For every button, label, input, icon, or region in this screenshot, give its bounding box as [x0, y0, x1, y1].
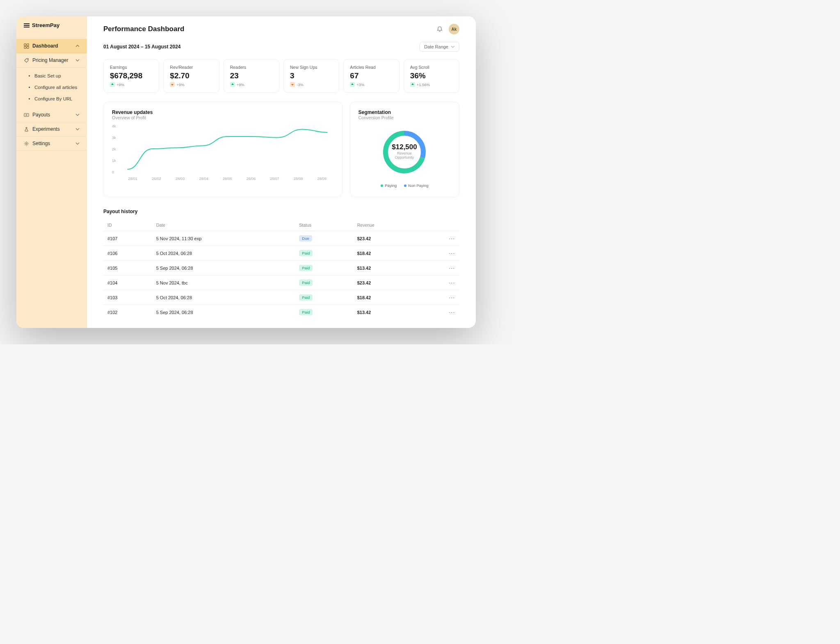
date-range-button-label: Date Range	[424, 44, 448, 49]
payout-table: ID Date Status Revenue #1075 Nov 2024, 1…	[103, 219, 459, 319]
kpi-card: Earnings$678,298+9%	[103, 59, 159, 93]
sidebar-item-pricing-manager[interactable]: Pricing Manager	[16, 53, 87, 68]
kpi-delta: +9%	[110, 82, 153, 87]
kpi-card: Articles Read67+3%	[343, 59, 399, 93]
chevron-down-icon	[75, 113, 80, 117]
sidebar-item-label: Pricing Manager	[32, 57, 68, 63]
row-actions-icon[interactable]: ···	[421, 275, 459, 290]
trend-up-icon	[350, 82, 355, 87]
cell-status: Paid	[295, 261, 353, 275]
sidebar-item-label: Experiments	[32, 126, 60, 132]
revenue-chart: 4k3k2k1k0 28/0126/0228/0328/0428/0528/06…	[121, 124, 334, 182]
cell-date: 5 Nov 2024, tbc	[152, 275, 295, 290]
payout-history-title: Payout history	[103, 209, 459, 214]
cell-id: #104	[103, 275, 152, 290]
kpi-delta: -3%	[290, 82, 333, 87]
main: Performance Dashboard Ak 01 August 2024 …	[87, 16, 476, 328]
kpi-delta: +1.56%	[410, 82, 453, 87]
revenue-panel-subtitle: Overview of Profit	[112, 115, 334, 120]
row-actions-icon[interactable]: ···	[421, 231, 459, 246]
sidebar-item-payouts[interactable]: Payouts	[16, 108, 87, 122]
sidebar-sub-basic-setup[interactable]: Basic Set up	[16, 70, 87, 82]
row-actions-icon[interactable]: ···	[421, 290, 459, 305]
payouts-icon	[24, 112, 29, 118]
kpi-label: Readers	[230, 65, 273, 70]
svg-point-4	[27, 59, 28, 60]
cell-date: 5 Sep 2024, 06:28	[152, 305, 295, 320]
kpi-delta: +9%	[230, 82, 273, 87]
cell-date: 5 Oct 2024, 06:28	[152, 246, 295, 261]
sidebar-sub-configure-all[interactable]: Configure all articles	[16, 82, 87, 93]
cell-revenue: $13.42	[353, 261, 421, 275]
x-axis-ticks: 28/0126/0228/0328/0428/0528/0628/0728/08…	[121, 177, 334, 181]
donut-legend: Paying Non Paying	[381, 183, 428, 188]
brand-icon	[24, 23, 30, 27]
bell-icon[interactable]	[436, 26, 443, 32]
kpi-card: Rev/Reader$2.70+9%	[163, 59, 219, 93]
cell-status: Paid	[295, 305, 353, 320]
kpi-value: 67	[350, 71, 393, 80]
donut-svg: $12,500 Revenue Opportunity	[380, 127, 429, 177]
revenue-panel: Revenue updates Overview of Profit 4k3k2…	[103, 102, 342, 197]
row-actions-icon[interactable]: ···	[421, 305, 459, 320]
donut-center-label: Revenue Opportunity	[388, 151, 421, 159]
trend-down-icon	[290, 82, 295, 87]
col-status: Status	[295, 219, 353, 231]
status-badge: Paid	[299, 309, 313, 315]
cell-revenue: $18.42	[353, 246, 421, 261]
sidebar-sub-configure-url[interactable]: Configure By URL	[16, 93, 87, 105]
table-row: #1065 Oct 2024, 06:28Paid$18.42···	[103, 246, 459, 261]
segmentation-panel: Segmentation Conversion Profile $12,500 …	[350, 102, 459, 197]
donut-center-value: $12,500	[388, 143, 421, 151]
table-row: #1035 Oct 2024, 06:28Paid$18.42···	[103, 290, 459, 305]
chevron-up-icon	[75, 44, 80, 48]
svg-rect-5	[24, 113, 29, 116]
sidebar-item-experiments[interactable]: Experiments	[16, 122, 87, 137]
avatar[interactable]: Ak	[449, 24, 459, 34]
kpi-value: $2.70	[170, 71, 212, 80]
chevron-down-icon	[75, 141, 80, 146]
cell-revenue: $23.42	[353, 231, 421, 246]
status-badge: Due	[299, 235, 312, 241]
segmentation-title: Segmentation	[358, 109, 451, 115]
revenue-panel-title: Revenue updates	[112, 109, 334, 115]
table-row: #1075 Nov 2024, 11:30 expDue$23.42···	[103, 231, 459, 246]
kpi-value: 23	[230, 71, 273, 80]
cell-date: 5 Oct 2024, 06:28	[152, 290, 295, 305]
sidebar-item-label: Settings	[32, 141, 50, 146]
legend-paying: Paying	[381, 183, 397, 188]
topbar-actions: Ak	[436, 24, 459, 34]
cell-id: #102	[103, 305, 152, 320]
cell-revenue: $13.42	[353, 305, 421, 320]
trend-down-icon	[170, 82, 175, 87]
kpi-delta: +9%	[170, 82, 212, 87]
brand-label: StreemPay	[32, 22, 59, 28]
col-revenue: Revenue	[353, 219, 421, 231]
kpi-row: Earnings$678,298+9%Rev/Reader$2.70+9%Rea…	[103, 59, 459, 93]
cell-status: Paid	[295, 275, 353, 290]
sidebar-item-label: Dashboard	[32, 43, 58, 49]
svg-rect-0	[24, 43, 26, 46]
status-badge: Paid	[299, 294, 313, 300]
kpi-label: New Sign Ups	[290, 65, 333, 70]
status-badge: Paid	[299, 265, 313, 271]
sidebar-item-settings[interactable]: Settings	[16, 137, 87, 151]
svg-point-6	[26, 114, 27, 116]
status-badge: Paid	[299, 250, 313, 256]
experiments-icon	[24, 127, 29, 132]
cell-revenue: $23.42	[353, 275, 421, 290]
cell-id: #103	[103, 290, 152, 305]
row-actions-icon[interactable]: ···	[421, 261, 459, 275]
nav: Dashboard Pricing Manager Basic Set up C…	[16, 39, 87, 151]
content: 01 August 2024 – 15 August 2024 Date Ran…	[87, 39, 476, 328]
sidebar: StreemPay Dashboard Pricing Manager Basi…	[16, 16, 87, 328]
kpi-label: Rev/Reader	[170, 65, 212, 70]
date-row: 01 August 2024 – 15 August 2024 Date Ran…	[103, 42, 459, 52]
cell-id: #105	[103, 261, 152, 275]
sidebar-item-dashboard[interactable]: Dashboard	[16, 39, 87, 53]
segmentation-subtitle: Conversion Profile	[358, 115, 451, 120]
cell-status: Paid	[295, 246, 353, 261]
date-range-button[interactable]: Date Range	[420, 42, 459, 52]
kpi-label: Avg Scroll	[410, 65, 453, 70]
row-actions-icon[interactable]: ···	[421, 246, 459, 261]
